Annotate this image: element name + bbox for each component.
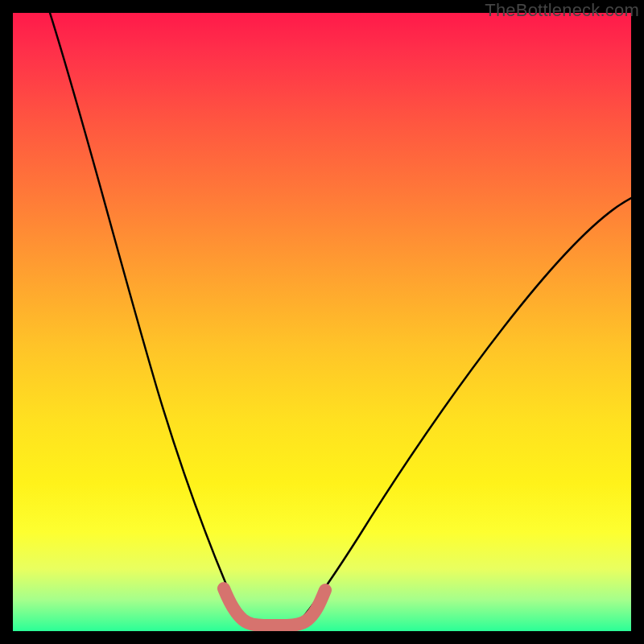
left-curve bbox=[50, 13, 246, 621]
outer-frame: TheBottleneck.com bbox=[0, 0, 644, 644]
plot-area bbox=[13, 13, 631, 631]
watermark-text: TheBottleneck.com bbox=[485, 0, 639, 21]
right-curve bbox=[299, 198, 631, 621]
curve-overlay bbox=[13, 13, 631, 631]
